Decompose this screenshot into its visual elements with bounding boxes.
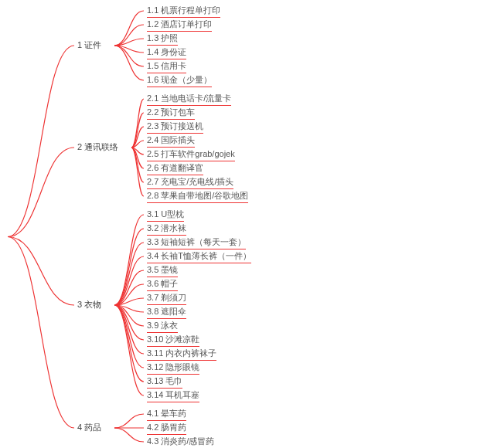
leaf-node-4-2: 4.2 肠胃药 (147, 422, 186, 435)
leaf-node-3-10: 3.10 沙滩凉鞋 (147, 334, 199, 347)
leaf-node-3-6: 3.6 帽子 (147, 278, 178, 291)
leaf-node-3-11: 3.11 内衣内裤袜子 (147, 348, 216, 361)
leaf-node-3-7: 3.7 剃须刀 (147, 292, 186, 305)
branch-node-1: 1 证件 (77, 39, 101, 52)
leaf-node-3-4: 3.4 长袖T恤薄长裤（一件） (147, 250, 251, 263)
leaf-node-4-1: 4.1 晕车药 (147, 408, 186, 421)
leaf-node-3-13: 3.13 毛巾 (147, 375, 182, 389)
leaf-node-2-7: 2.7 充电宝/充电线/插头 (147, 176, 233, 189)
leaf-node-4-3: 4.3 消炎药/感冒药 (147, 436, 214, 448)
leaf-node-3-9: 3.9 泳衣 (147, 320, 178, 333)
leaf-node-3-8: 3.8 遮阳伞 (147, 306, 186, 319)
leaf-node-2-5: 2.5 打车软件grab/gojek (147, 148, 235, 161)
leaf-node-3-3: 3.3 短袖短裤（每天一套） (147, 236, 246, 249)
leaf-node-3-2: 3.2 潜水袜 (147, 222, 186, 236)
leaf-node-2-8: 2.8 苹果自带地图/谷歌地图 (147, 190, 248, 203)
leaf-node-1-2: 1.2 酒店订单打印 (147, 19, 212, 32)
leaf-node-1-6: 1.6 现金（少量） (147, 74, 212, 87)
leaf-node-2-1: 2.1 当地电话卡/流量卡 (147, 93, 231, 106)
connector-lines (0, 0, 494, 448)
mindmap-canvas: 1 证件1.1 机票行程单打印1.2 酒店订单打印1.3 护照1.4 身份证1.… (0, 0, 494, 448)
leaf-node-1-5: 1.5 信用卡 (147, 60, 186, 73)
leaf-node-3-5: 3.5 墨镜 (147, 264, 178, 277)
branch-node-4: 4 药品 (77, 422, 101, 434)
leaf-node-2-2: 2.2 预订包车 (147, 107, 195, 120)
leaf-node-2-4: 2.4 国际插头 (147, 134, 195, 148)
leaf-node-3-12: 3.12 隐形眼镜 (147, 361, 199, 375)
leaf-node-2-6: 2.6 有道翻译官 (147, 162, 203, 175)
leaf-node-1-4: 1.4 身份证 (147, 46, 186, 59)
branch-node-2: 2 通讯联络 (77, 141, 118, 154)
leaf-node-1-1: 1.1 机票行程单打印 (147, 5, 220, 18)
branch-node-3: 3 衣物 (77, 299, 101, 311)
leaf-node-1-3: 1.3 护照 (147, 32, 178, 46)
leaf-node-2-3: 2.3 预订接送机 (147, 120, 203, 134)
leaf-node-3-14: 3.14 耳机耳塞 (147, 389, 199, 402)
leaf-node-3-1: 3.1 U型枕 (147, 209, 184, 222)
